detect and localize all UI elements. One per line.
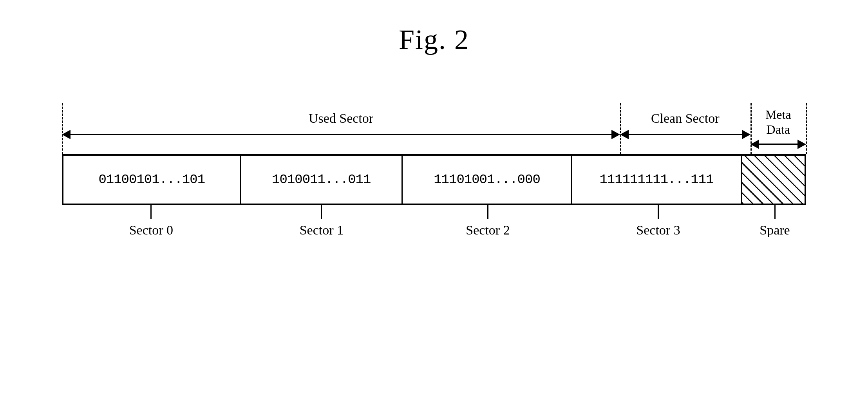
used-sector-shaft (71, 134, 611, 135)
labels-row: Sector 0 Sector 1 Sector 2 Sector 3 Spar… (62, 205, 806, 256)
sector0-label-container: Sector 0 (62, 205, 241, 256)
clean-sector-arrow-right (742, 130, 750, 139)
sector2-label: Sector 2 (466, 223, 510, 238)
sector1-data: 1010011...011 (272, 172, 371, 187)
data-block: 01100101...101 1010011...011 11101001...… (62, 154, 806, 205)
meta-data-arrow: Meta Data (750, 107, 807, 149)
sector1-cell: 1010011...011 (241, 156, 403, 204)
sector1-label-container: Sector 1 (241, 205, 403, 256)
spare-label-container: Spare (743, 205, 806, 256)
sector1-label: Sector 1 (300, 223, 344, 238)
page-container: Fig. 2 Used Sector Clean Sector (0, 0, 868, 420)
meta-data-arrow-left (750, 140, 759, 149)
meta-data-label2: Data (767, 122, 790, 136)
sector3-tick (658, 205, 659, 219)
diagram-area: Used Sector Clean Sector Me (62, 103, 806, 256)
clean-sector-label: Clean Sector (651, 111, 720, 126)
dashed-line-right1 (750, 103, 752, 154)
clean-sector-arrow-left (620, 130, 629, 139)
spare-tick (774, 205, 776, 219)
sector3-cell: 111111111...111 (572, 156, 742, 204)
meta-data-arrow-right (797, 140, 806, 149)
sector3-label-container: Sector 3 (573, 205, 743, 256)
sector2-data: 11101001...000 (434, 172, 540, 187)
clean-sector-shaft (629, 134, 742, 135)
sector3-data: 111111111...111 (599, 172, 713, 187)
sector0-data: 01100101...101 (98, 172, 205, 187)
sector1-tick (321, 205, 322, 219)
spare-label: Spare (760, 223, 790, 238)
dashed-line-left (62, 103, 63, 154)
used-sector-arrow-right (611, 130, 620, 139)
clean-sector-arrow: Clean Sector (620, 111, 750, 139)
sector0-tick (150, 205, 152, 219)
spare-cell (742, 156, 805, 204)
used-sector-label: Used Sector (309, 111, 373, 126)
dashed-line-mid (620, 103, 621, 154)
meta-data-shaft (759, 144, 798, 145)
used-sector-arrow: Used Sector (62, 111, 620, 139)
sector0-label: Sector 0 (129, 223, 173, 238)
used-sector-arrow-left (62, 130, 71, 139)
sector3-label: Sector 3 (636, 223, 680, 238)
sector0-cell: 01100101...101 (63, 156, 241, 204)
meta-data-label1: Meta (765, 107, 791, 122)
sector2-tick (487, 205, 488, 219)
figure-title: Fig. 2 (399, 24, 469, 56)
sector2-label-container: Sector 2 (403, 205, 573, 256)
top-arrows-area: Used Sector Clean Sector Me (62, 103, 806, 154)
dashed-line-right2 (806, 103, 807, 154)
sector2-cell: 11101001...000 (403, 156, 572, 204)
